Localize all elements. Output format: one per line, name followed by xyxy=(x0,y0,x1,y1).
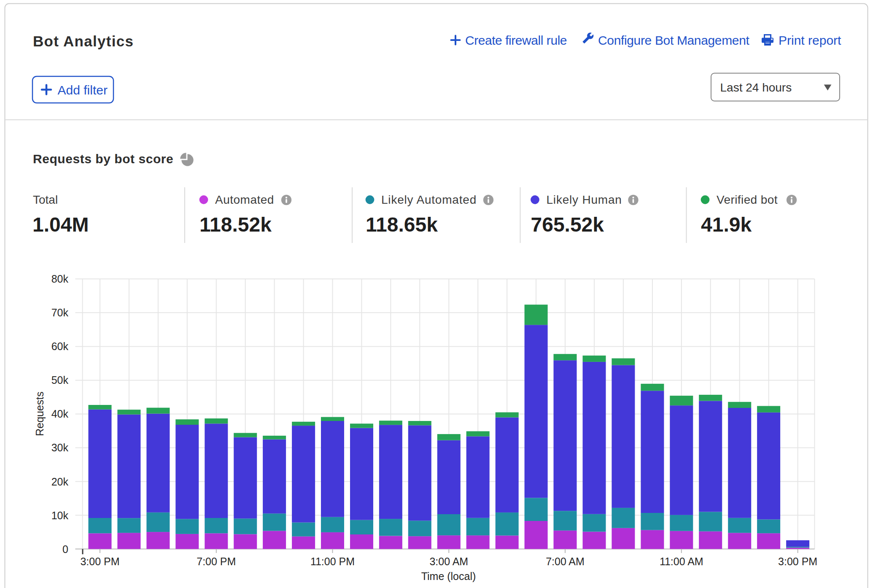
svg-text:11:00 PM: 11:00 PM xyxy=(310,556,355,567)
svg-text:Requests: Requests xyxy=(34,391,46,436)
svg-text:80k: 80k xyxy=(51,273,69,285)
svg-text:Automated: Automated xyxy=(215,193,274,206)
svg-text:0: 0 xyxy=(62,543,68,555)
svg-text:118.52k: 118.52k xyxy=(199,213,272,236)
svg-text:60k: 60k xyxy=(51,340,69,352)
svg-text:1.04M: 1.04M xyxy=(32,213,89,236)
svg-text:20k: 20k xyxy=(51,476,69,488)
svg-text:Create firewall rule: Create firewall rule xyxy=(465,33,567,47)
svg-text:Bot Analytics: Bot Analytics xyxy=(33,33,134,49)
svg-text:Likely Automated: Likely Automated xyxy=(381,193,477,206)
svg-text:7:00 PM: 7:00 PM xyxy=(197,556,236,567)
svg-text:70k: 70k xyxy=(51,307,69,318)
svg-text:Requests by bot score: Requests by bot score xyxy=(33,152,173,166)
svg-text:50k: 50k xyxy=(51,374,69,386)
svg-text:Configure Bot Management: Configure Bot Management xyxy=(598,33,750,47)
svg-text:Add filter: Add filter xyxy=(58,83,108,97)
svg-text:3:00 PM: 3:00 PM xyxy=(778,556,817,567)
svg-text:11:00 AM: 11:00 AM xyxy=(660,556,703,567)
svg-text:7:00 AM: 7:00 AM xyxy=(546,556,585,567)
svg-text:Total: Total xyxy=(33,193,58,206)
svg-text:765.52k: 765.52k xyxy=(531,213,604,236)
svg-text:10k: 10k xyxy=(51,510,69,521)
svg-text:3:00 PM: 3:00 PM xyxy=(80,556,119,567)
svg-text:Time (local): Time (local) xyxy=(421,570,476,582)
svg-text:118.65k: 118.65k xyxy=(366,213,438,236)
svg-text:3:00 AM: 3:00 AM xyxy=(429,556,468,567)
svg-text:Likely Human: Likely Human xyxy=(547,193,622,206)
svg-text:Last 24 hours: Last 24 hours xyxy=(720,81,792,94)
svg-text:Print report: Print report xyxy=(779,33,841,47)
svg-text:40k: 40k xyxy=(51,408,69,420)
svg-text:Verified bot: Verified bot xyxy=(717,193,778,206)
svg-text:41.9k: 41.9k xyxy=(701,213,752,236)
svg-text:30k: 30k xyxy=(51,442,69,453)
